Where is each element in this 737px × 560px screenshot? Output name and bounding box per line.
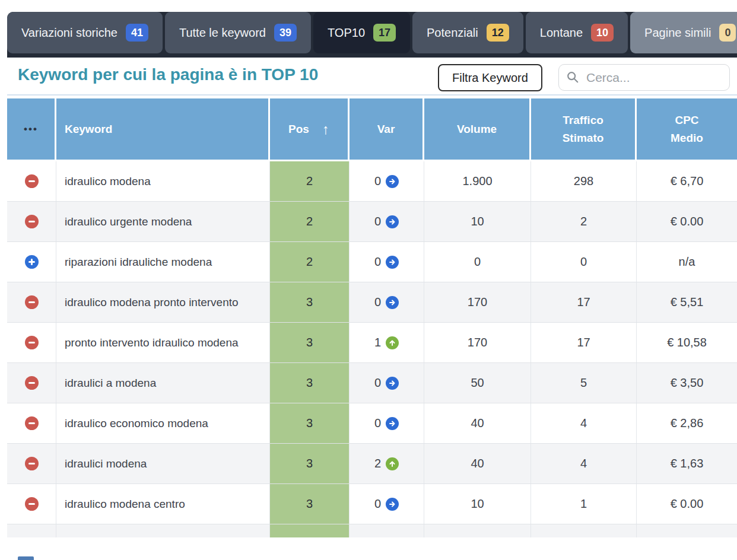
row-action-button[interactable] [25,255,39,269]
cpc-value: n/a [679,255,695,269]
action-cell [7,242,56,282]
keyword-cell: idraulico economico modena [56,403,270,443]
variation-cell: 1 [350,323,424,362]
tab-item[interactable]: Tutte le keyword 39 [165,12,311,53]
minus-icon [28,382,35,384]
keyword-table: ••• Keyword Pos ↑ Var Volume Traffico St… [7,98,737,537]
traffic-value: 0 [580,255,587,269]
traffic-cell: 4 [531,403,637,443]
cpc-cell: € 10,58 [637,323,737,362]
minus-icon [28,180,35,182]
tab-label: TOP10 [328,26,365,40]
keyword-text[interactable]: idraulici a modena [65,377,156,390]
traffic-cell: 5 [531,363,637,403]
column-menu-dots-icon: ••• [24,123,38,135]
keyword-text[interactable]: idraulici modena [65,457,147,470]
cpc-value: € 1,63 [671,457,704,470]
tab-item[interactable]: TOP10 17 [313,12,410,53]
tab-item[interactable]: Potenziali 12 [412,12,523,53]
var-direction-icon [386,498,399,511]
variation-cell: 0 [350,363,424,403]
traffic-cell: 17 [531,282,637,322]
table-row: idraulico modena 2 0 1.900 298 € 6,70 [7,161,737,202]
tab-item[interactable]: Variazioni storiche 41 [7,12,163,53]
table-row: idraulico modena pronto intervento 3 0 1… [7,282,737,323]
keyword-text[interactable]: idraulico economico modena [65,417,208,430]
cpc-value: € 3,50 [671,376,704,390]
header-var[interactable]: Var [350,98,424,160]
var-value: 1 [374,336,381,349]
column-menu-button[interactable]: ••• [7,98,56,160]
cpc-cell: € 2,86 [637,403,737,443]
var-value: 0 [374,174,381,188]
table-row: idraulico economico modena 3 0 40 4 € 2,… [7,403,737,444]
pos-value: 2 [306,174,313,188]
header-volume[interactable]: Volume [424,98,531,160]
search-input[interactable] [558,64,730,91]
action-cell [7,444,56,483]
var-value: 0 [374,497,381,511]
tab-badge: 41 [126,24,148,42]
keyword-cell: idraulico modena e provincia [56,524,270,537]
header-pos[interactable]: Pos ↑ [270,98,350,160]
volume-cell: 10 [424,202,531,241]
table-row: idraulico urgente modena 2 0 10 2 € 0.00 [7,202,737,242]
var-direction-icon [386,336,399,349]
tab-item[interactable]: Lontane 10 [526,12,628,53]
action-cell [7,161,56,201]
cpc-value: € 10,58 [667,336,707,349]
row-action-button[interactable] [25,336,39,349]
keyword-cell: riparazioni idrauliche modena [56,242,270,282]
position-cell: 3 [270,363,350,403]
row-action-button[interactable] [25,497,39,511]
keyword-text[interactable]: idraulico modena [65,175,151,188]
var-direction-icon [386,175,399,188]
position-cell: 3 [270,484,350,524]
header-cpc-line2: Medio [671,129,703,147]
header-cpc[interactable]: CPC Medio [637,98,737,160]
traffic-value: 2 [580,215,587,228]
row-action-button[interactable] [25,215,39,228]
pos-value: 3 [306,457,313,470]
variation-cell: 0 [350,161,424,201]
traffic-cell: 2 [531,202,637,241]
keyword-text[interactable]: idraulico urgente modena [65,215,192,228]
tab-label: Tutte le keyword [179,26,266,40]
pos-value: 3 [306,497,313,511]
row-action-button[interactable] [25,376,39,390]
header-volume-label: Volume [457,123,497,136]
keyword-text[interactable]: idraulico modena pronto intervento [65,296,239,309]
keyword-text[interactable]: pronto intervento idraulico modena [65,336,239,349]
pos-value: 3 [306,376,313,390]
variation-cell: 0 [350,242,424,282]
keyword-cell: idraulico modena pronto intervento [56,282,270,322]
header-traffic[interactable]: Traffico Stimato [531,98,637,160]
filter-keyword-button[interactable]: Filtra Keyword [438,64,542,91]
volume-cell: 170 [424,282,531,322]
header-traffic-line1: Traffico [563,112,603,129]
cpc-cell: € 3,50 [637,363,737,403]
header-keyword[interactable]: Keyword [56,98,270,160]
row-action-button[interactable] [25,174,39,188]
volume-value: 0 [474,255,481,269]
tab-badge: 10 [591,24,614,42]
row-action-button[interactable] [25,416,39,430]
keyword-text[interactable]: riparazioni idrauliche modena [65,256,212,269]
sort-ascending-icon: ↑ [322,121,329,138]
row-action-button[interactable] [25,457,39,470]
volume-cell: 0 [424,524,531,537]
traffic-value: 4 [580,457,587,470]
tab-item[interactable]: Pagine simili 0 [630,12,737,53]
keyword-cell: idraulico modena centro [56,484,270,524]
var-value: 0 [374,215,381,228]
action-cell [7,202,56,241]
variation-cell: 0 [350,403,424,443]
cpc-cell: € 0.00 [637,484,737,524]
volume-value: 50 [471,376,484,390]
keyword-text[interactable]: idraulico modena centro [65,498,185,511]
minus-icon [28,342,35,343]
cpc-cell: € 0.00 [637,524,737,537]
row-action-button[interactable] [25,295,39,309]
variation-cell: 0 [350,484,424,524]
volume-cell: 170 [424,323,531,362]
